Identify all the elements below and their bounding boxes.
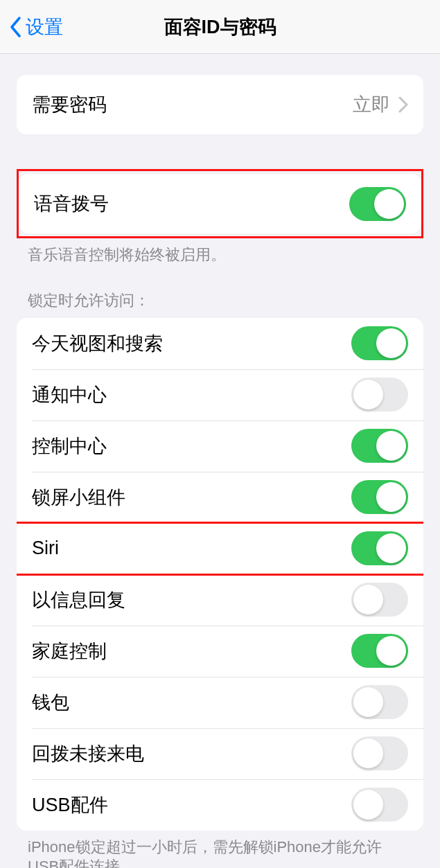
lock-access-group: 今天视图和搜索通知中心控制中心锁屏小组件Siri以信息回复家庭控制钱包回拨未接来… [17,318,423,831]
lock-access-row: 通知中心 [17,369,423,420]
lock-access-toggle[interactable] [351,378,408,411]
lock-access-row: Siri [17,523,423,574]
lock-access-toggle[interactable] [351,788,408,822]
voice-dial-row: 语音拨号 [19,174,421,233]
lock-access-toggle[interactable] [351,480,408,514]
lock-access-row: 控制中心 [17,420,423,472]
require-passcode-value: 立即 [353,92,390,117]
require-passcode-group: 需要密码 立即 [17,75,423,134]
voice-dial-toggle[interactable] [349,187,406,221]
lock-access-label: 控制中心 [32,434,351,459]
lock-access-label: 通知中心 [32,382,351,407]
lock-access-label: 回拨未接来电 [32,741,351,766]
lock-access-row: 今天视图和搜索 [17,318,423,369]
require-passcode-row[interactable]: 需要密码 立即 [17,75,423,134]
lock-access-label: Siri [32,538,351,559]
lock-access-header: 锁定时允许访问： [28,290,412,311]
lock-access-toggle[interactable] [351,326,408,360]
lock-access-toggle[interactable] [351,429,408,463]
require-passcode-label: 需要密码 [32,92,353,117]
lock-access-toggle[interactable] [351,685,408,719]
highlight-voice-dial: 语音拨号 [17,169,423,238]
lock-access-row: 家庭控制 [17,626,423,677]
voice-dial-label: 语音拨号 [34,191,349,216]
lock-access-label: 钱包 [32,690,351,715]
lock-access-label: 以信息回复 [32,587,351,612]
lock-access-row: 以信息回复 [17,574,423,626]
chevron-right-icon [398,96,408,113]
lock-access-toggle[interactable] [351,583,408,617]
back-button[interactable]: 设置 [0,15,63,39]
lock-access-row: 钱包 [17,677,423,728]
lock-access-toggle[interactable] [351,531,408,565]
lock-access-label: 今天视图和搜索 [32,331,351,356]
chevron-left-icon [10,17,21,37]
lock-access-row: 回拨未接来电 [17,728,423,779]
lock-access-row: USB配件 [17,779,423,831]
lock-access-toggle[interactable] [351,634,408,668]
lock-access-row: 锁屏小组件 [17,472,423,523]
back-label: 设置 [26,15,63,39]
nav-bar: 设置 面容ID与密码 [0,0,440,54]
lock-access-label: 家庭控制 [32,639,351,664]
lock-access-label: 锁屏小组件 [32,485,351,510]
lock-access-label: USB配件 [32,792,351,817]
voice-dial-footer: 音乐语音控制将始终被启用。 [28,245,412,265]
lock-access-footer: iPhone锁定超过一小时后，需先解锁iPhone才能允许USB配件连接。 [28,838,412,868]
page-title: 面容ID与密码 [0,15,440,39]
lock-access-toggle[interactable] [351,736,408,770]
